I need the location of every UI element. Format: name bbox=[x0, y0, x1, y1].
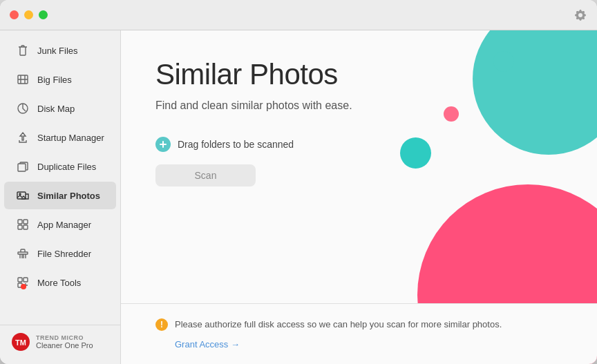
svg-rect-6 bbox=[18, 225, 22, 229]
add-folder-button[interactable] bbox=[155, 137, 171, 152]
svg-rect-5 bbox=[23, 220, 28, 224]
panel-title: Similar Photos bbox=[155, 58, 562, 91]
more-tools-badge bbox=[21, 284, 26, 289]
settings-icon[interactable] bbox=[574, 8, 587, 22]
warning-icon: ! bbox=[155, 318, 168, 331]
sidebar-footer: TM TREND MICRO Cleaner One Pro bbox=[0, 325, 120, 358]
svg-rect-4 bbox=[18, 220, 22, 224]
similar-photos-icon bbox=[15, 188, 30, 203]
minimize-button[interactable] bbox=[24, 10, 33, 19]
titlebar bbox=[0, 0, 597, 30]
sidebar: Junk Files Big Files D bbox=[0, 30, 121, 364]
sidebar-label-junk-files: Junk Files bbox=[37, 46, 78, 56]
svg-rect-2 bbox=[18, 164, 26, 171]
svg-text:TM: TM bbox=[15, 338, 26, 347]
svg-rect-7 bbox=[23, 225, 28, 229]
sidebar-label-app-manager: App Manager bbox=[37, 220, 91, 230]
sidebar-label-duplicate-files: Duplicate Files bbox=[37, 162, 96, 172]
sidebar-label-startup-manager: Startup Manager bbox=[37, 133, 104, 143]
sidebar-label-more-tools: More Tools bbox=[37, 278, 81, 288]
disk-map-icon bbox=[15, 101, 30, 116]
svg-rect-10 bbox=[23, 278, 28, 282]
notice-row: ! Please authorize full disk access so w… bbox=[155, 318, 562, 332]
traffic-lights bbox=[10, 10, 48, 19]
sidebar-item-similar-photos[interactable]: Similar Photos bbox=[4, 182, 116, 209]
drag-area[interactable]: Drag folders to be scanned bbox=[155, 137, 562, 152]
svg-rect-3 bbox=[17, 192, 26, 199]
close-button[interactable] bbox=[10, 10, 19, 19]
junk-files-icon bbox=[15, 43, 30, 58]
scan-button[interactable]: Scan bbox=[155, 164, 256, 186]
footer-brand-text: TREND MICRO Cleaner One Pro bbox=[36, 334, 93, 349]
sidebar-item-app-manager[interactable]: App Manager bbox=[4, 211, 116, 238]
sidebar-item-disk-map[interactable]: Disk Map bbox=[4, 95, 116, 122]
notice-text: Please authorize full disk access so we … bbox=[175, 318, 502, 332]
sidebar-item-duplicate-files[interactable]: Duplicate Files bbox=[4, 153, 116, 180]
sidebar-label-big-files: Big Files bbox=[37, 75, 72, 85]
svg-rect-8 bbox=[18, 252, 28, 254]
sidebar-label-disk-map: Disk Map bbox=[37, 104, 75, 114]
trend-micro-logo: TM bbox=[11, 332, 30, 352]
sidebar-item-startup-manager[interactable]: Startup Manager bbox=[4, 124, 116, 151]
big-files-icon bbox=[15, 72, 30, 87]
maximize-button[interactable] bbox=[39, 10, 48, 19]
sidebar-item-file-shredder[interactable]: File Shredder bbox=[4, 240, 116, 267]
sidebar-item-junk-files[interactable]: Junk Files bbox=[4, 37, 116, 64]
panel-subtitle: Find and clean similar photos with ease. bbox=[155, 99, 562, 112]
app-window: Junk Files Big Files D bbox=[0, 0, 597, 364]
svg-rect-9 bbox=[18, 278, 22, 282]
main-panel: Similar Photos Find and clean similar ph… bbox=[121, 30, 597, 364]
sidebar-label-file-shredder: File Shredder bbox=[37, 249, 91, 259]
bottom-notice: ! Please authorize full disk access so w… bbox=[121, 303, 597, 365]
sidebar-item-big-files[interactable]: Big Files bbox=[4, 66, 116, 93]
grant-access-link[interactable]: Grant Access → bbox=[175, 339, 240, 349]
duplicate-files-icon bbox=[15, 159, 30, 174]
sidebar-item-more-tools[interactable]: More Tools bbox=[4, 269, 116, 296]
app-manager-icon bbox=[15, 217, 30, 232]
startup-manager-icon bbox=[15, 130, 30, 145]
file-shredder-icon bbox=[15, 246, 30, 261]
drag-label: Drag folders to be scanned bbox=[178, 139, 294, 150]
sidebar-label-similar-photos: Similar Photos bbox=[37, 191, 100, 201]
main-content: Junk Files Big Files D bbox=[0, 30, 597, 364]
